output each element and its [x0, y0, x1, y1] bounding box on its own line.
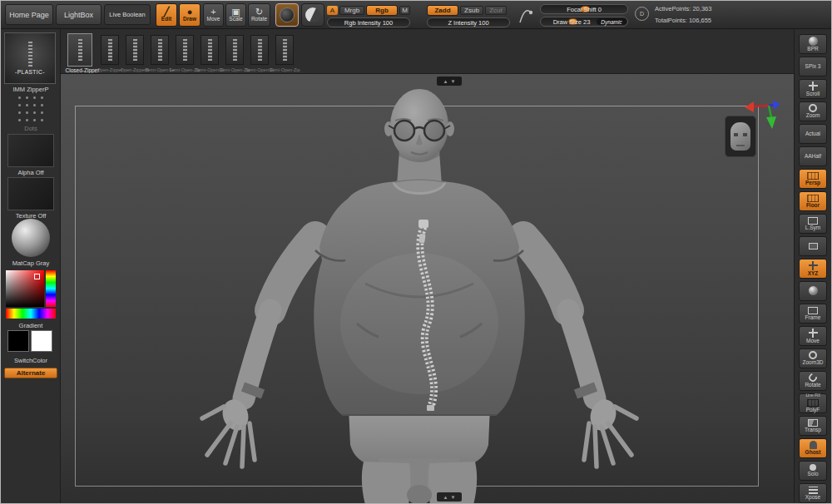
- zipper-brush-icon: [28, 42, 32, 67]
- solo-button[interactable]: Solo: [799, 461, 827, 481]
- hue-strip-vertical[interactable]: [46, 270, 56, 307]
- bpr-button[interactable]: BPR: [799, 34, 827, 54]
- brush-variant-tray: Closed-Zipper Open-Zipper Open-ZipperB S…: [61, 29, 795, 74]
- stroke-label: Dots: [1, 125, 61, 132]
- rotate-canvas-button[interactable]: Rotate: [799, 371, 827, 391]
- axes-icon: [809, 261, 818, 270]
- document-canvas[interactable]: ▲ ▼ ▲ ▼: [61, 74, 795, 504]
- saturation-value-square[interactable]: [6, 270, 44, 307]
- frame-button[interactable]: Frame: [799, 304, 827, 324]
- polyframe-button[interactable]: Line FillPolyF: [799, 393, 827, 413]
- persp-button[interactable]: Persp: [799, 169, 827, 189]
- draw-size-slider[interactable]: Draw Size 23 Dynamic: [540, 17, 628, 27]
- home-page-button[interactable]: Home Page: [5, 4, 53, 25]
- texture-selector[interactable]: [7, 177, 54, 210]
- floor-label: Floor: [806, 203, 820, 209]
- focal-shift-slider[interactable]: Focal Shift 0: [540, 4, 628, 14]
- tray-item[interactable]: [275, 35, 294, 65]
- aahalf-label: AAHalf: [805, 154, 821, 160]
- z-intensity-slider[interactable]: Z Intensity 100: [427, 17, 510, 27]
- move-button[interactable]: + Move: [203, 3, 224, 27]
- axis-gizmo[interactable]: [743, 97, 781, 132]
- tray-item[interactable]: [201, 35, 219, 65]
- rgb-intensity-slider[interactable]: Rgb Intensity 100: [327, 17, 410, 27]
- alpha-selector[interactable]: [7, 134, 54, 167]
- local-button[interactable]: [799, 236, 827, 256]
- focal-shift-text: Focal Shift 0: [567, 6, 602, 13]
- zoom-label: Zoom: [806, 113, 820, 119]
- a-chip[interactable]: A: [327, 6, 338, 15]
- m-button[interactable]: M: [399, 6, 410, 15]
- tool-head-eye: [743, 133, 747, 136]
- move-canvas-button[interactable]: Move: [799, 326, 827, 346]
- axis-y-arrow: [766, 116, 776, 129]
- xpose-button[interactable]: Xpose: [799, 483, 827, 503]
- sphere-preview-button[interactable]: [301, 3, 324, 27]
- main-color-swatch[interactable]: [7, 330, 29, 352]
- zipper-thumb-icon: [133, 39, 137, 61]
- lazy-mouse-icon[interactable]: [518, 4, 533, 26]
- ghost-button[interactable]: Ghost: [799, 438, 827, 458]
- floor-button[interactable]: Floor: [799, 191, 827, 211]
- tray-item-closed-zipper[interactable]: [67, 33, 92, 67]
- draw-size-text: Draw Size 23: [553, 18, 591, 26]
- zoom3d-button[interactable]: Zoom3D: [799, 348, 827, 368]
- polyframe-label: PolyF: [806, 408, 820, 413]
- dynamic-mode-badge[interactable]: Dynamic: [597, 18, 626, 25]
- polyframe-grid-icon: [807, 399, 819, 407]
- hue-strip-horizontal[interactable]: [6, 309, 56, 319]
- scroll-cross-icon: [809, 82, 818, 91]
- actual-label: Actual: [805, 131, 820, 137]
- lightbox-button[interactable]: LightBox: [56, 4, 102, 25]
- zcut-button[interactable]: Zcut: [485, 6, 507, 15]
- tool-head-eye: [734, 133, 738, 136]
- zadd-button[interactable]: Zadd: [427, 5, 458, 16]
- xyz-button[interactable]: XYZ: [799, 259, 827, 279]
- gyro-dial-icon[interactable]: D: [635, 7, 649, 21]
- total-points-stat: TotalPoints: 106,655: [655, 17, 711, 24]
- active-points-stat: ActivePoints: 20,363: [655, 5, 711, 12]
- edit-button[interactable]: ╱ Edit: [156, 3, 177, 27]
- live-boolean-toggle[interactable]: Live Boolean: [104, 4, 151, 25]
- actual-button[interactable]: Actual: [799, 124, 827, 144]
- stroke-preview-button[interactable]: [275, 3, 299, 27]
- tray-item[interactable]: [176, 35, 194, 65]
- stroke-dots-icon[interactable]: [14, 92, 47, 124]
- current-brush-thumbnail[interactable]: -PLASTIC-: [4, 32, 56, 84]
- spix-slider[interactable]: SPix 3: [799, 57, 827, 77]
- tray-item[interactable]: [101, 35, 119, 65]
- rotate-button[interactable]: ↻ Rotate: [248, 3, 270, 27]
- pivot-button[interactable]: [799, 281, 827, 301]
- scroll-label: Scroll: [806, 91, 820, 97]
- symmetry-icon: [808, 217, 818, 225]
- sphere-icon: [809, 37, 818, 46]
- transp-label: Transp: [805, 427, 821, 433]
- tray-item-label: Semi-Open-Zip: [266, 67, 303, 72]
- tray-item[interactable]: [250, 35, 269, 65]
- aahalf-button[interactable]: AAHalf: [799, 146, 827, 166]
- alternate-button[interactable]: Alternate: [4, 368, 57, 378]
- tray-item[interactable]: [126, 35, 144, 65]
- mrgb-button[interactable]: Mrgb: [339, 6, 364, 15]
- scale-label: Scale: [229, 17, 242, 22]
- sculpt-model-figure[interactable]: [61, 74, 795, 504]
- scroll-button[interactable]: Scroll: [799, 79, 827, 99]
- draw-button[interactable]: ● Draw: [179, 3, 201, 27]
- zoom-button[interactable]: Zoom: [799, 101, 827, 121]
- tray-item[interactable]: [151, 35, 169, 65]
- rgb-intensity-text: Rgb Intensity 100: [344, 19, 393, 27]
- secondary-color-swatch[interactable]: [31, 330, 52, 352]
- canvas-scroll-widget-bottom[interactable]: ▲ ▼: [437, 492, 462, 502]
- zsub-button[interactable]: Zsub: [460, 6, 483, 15]
- color-picker[interactable]: [6, 270, 56, 320]
- rgb-button[interactable]: Rgb: [366, 5, 398, 16]
- tray-item[interactable]: [225, 35, 244, 65]
- pivot-sphere-icon: [809, 286, 818, 295]
- rotate-label: Rotate: [251, 17, 267, 22]
- scale-button[interactable]: ▣ Scale: [225, 3, 246, 27]
- material-sphere[interactable]: [12, 219, 50, 257]
- scroll-down-icon: ▼: [451, 495, 456, 500]
- local-symmetry-button[interactable]: L.Sym: [799, 214, 827, 234]
- canvas-scroll-widget-top[interactable]: ▲ ▼: [437, 77, 462, 86]
- transp-button[interactable]: Transp: [799, 416, 827, 436]
